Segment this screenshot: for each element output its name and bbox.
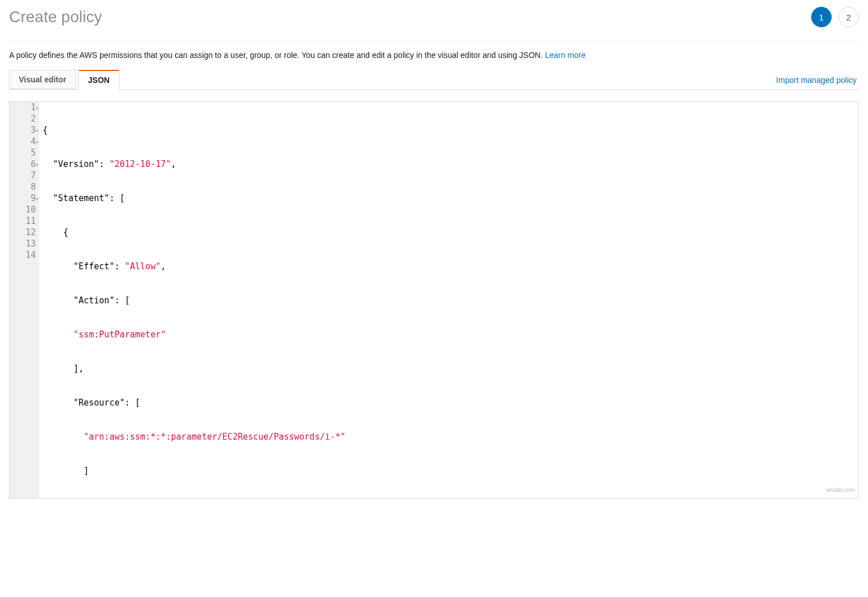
- tab-visual-editor[interactable]: Visual editor: [9, 70, 76, 89]
- editor-tabs: Visual editor JSON: [9, 70, 119, 89]
- fold-icon[interactable]: ▾: [36, 159, 39, 170]
- fold-icon[interactable]: ▾: [36, 125, 39, 136]
- attribution-text: wsxdn.com: [827, 485, 855, 496]
- editor-gutter: 1▾ 2 3▾ 4▾ 5 6▾ 7 8 9▾ 10 11 12 13 14: [10, 102, 39, 498]
- page-description: A policy defines the AWS permissions tha…: [9, 51, 859, 60]
- json-editor[interactable]: 1▾ 2 3▾ 4▾ 5 6▾ 7 8 9▾ 10 11 12 13 14 { …: [9, 101, 859, 499]
- editor-code[interactable]: { "Version": "2012-10-17", "Statement": …: [39, 102, 858, 498]
- description-text: A policy defines the AWS permissions tha…: [9, 51, 545, 60]
- learn-more-link[interactable]: Learn more: [545, 51, 586, 60]
- wizard-steps: 1 2: [811, 7, 859, 27]
- page-title: Create policy: [9, 8, 102, 26]
- fold-icon[interactable]: ▾: [36, 102, 39, 114]
- wizard-step-1[interactable]: 1: [811, 7, 832, 27]
- fold-icon[interactable]: ▾: [36, 136, 39, 148]
- tab-json[interactable]: JSON: [78, 70, 119, 90]
- wizard-step-2[interactable]: 2: [838, 7, 859, 27]
- fold-icon[interactable]: ▾: [36, 193, 39, 204]
- import-managed-policy-link[interactable]: Import managed policy: [776, 76, 859, 89]
